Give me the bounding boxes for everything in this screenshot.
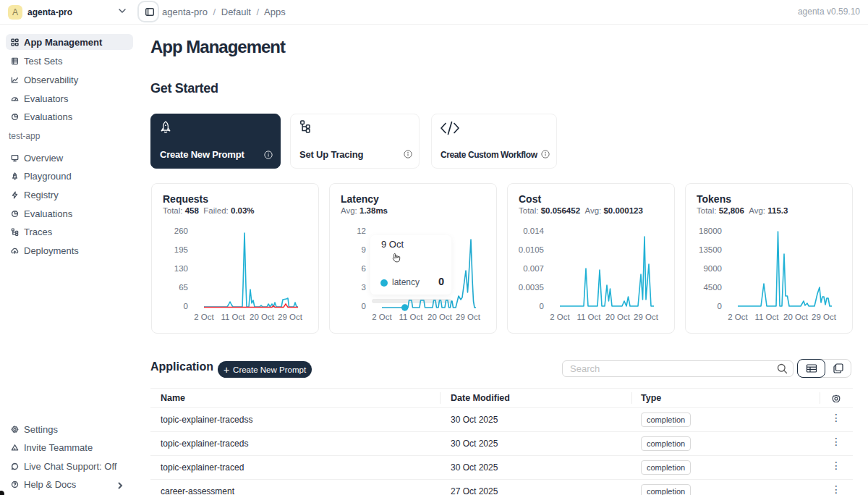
svg-text:2 Oct: 2 Oct [194, 313, 214, 321]
svg-text:195: 195 [174, 245, 188, 254]
svg-text:11 Oct: 11 Oct [399, 313, 423, 321]
svg-text:20 Oct: 20 Oct [427, 313, 453, 321]
svg-text:29 Oct: 29 Oct [812, 313, 837, 321]
svg-text:260: 260 [174, 227, 188, 235]
svg-text:9: 9 [362, 245, 366, 254]
svg-text:0.014: 0.014 [523, 227, 544, 235]
svg-text:2 Oct: 2 Oct [372, 313, 392, 321]
svg-text:2 Oct: 2 Oct [728, 313, 748, 321]
svg-text:130: 130 [174, 264, 188, 273]
svg-text:9000: 9000 [703, 264, 722, 273]
svg-text:29 Oct: 29 Oct [278, 313, 303, 321]
svg-text:3: 3 [362, 283, 366, 292]
svg-text:0: 0 [540, 302, 544, 310]
svg-text:0: 0 [184, 302, 188, 310]
svg-text:0.0035: 0.0035 [519, 283, 544, 292]
svg-text:20 Oct: 20 Oct [783, 313, 809, 321]
svg-text:18000: 18000 [699, 227, 722, 235]
svg-text:11 Oct: 11 Oct [221, 313, 245, 321]
svg-text:29 Oct: 29 Oct [456, 313, 481, 321]
svg-text:0.0105: 0.0105 [519, 245, 544, 254]
svg-text:0: 0 [362, 302, 366, 310]
svg-text:29 Oct: 29 Oct [634, 313, 659, 321]
svg-text:2 Oct: 2 Oct [550, 313, 570, 321]
svg-text:0.007: 0.007 [523, 264, 544, 273]
svg-text:11 Oct: 11 Oct [576, 313, 601, 321]
svg-text:20 Oct: 20 Oct [605, 313, 631, 321]
svg-text:20 Oct: 20 Oct [250, 313, 275, 321]
svg-text:12: 12 [357, 227, 366, 235]
svg-text:65: 65 [179, 283, 188, 292]
svg-text:6: 6 [362, 264, 366, 273]
svg-text:13500: 13500 [699, 245, 722, 254]
svg-text:0: 0 [718, 302, 722, 310]
svg-text:4500: 4500 [703, 283, 722, 292]
svg-text:11 Oct: 11 Oct [754, 313, 779, 321]
